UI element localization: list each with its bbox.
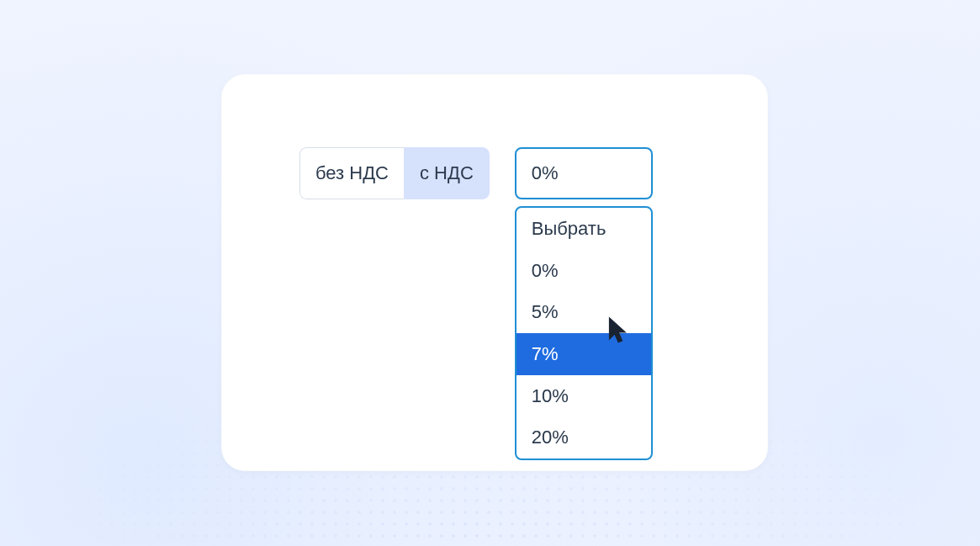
dropdown-item-label: 5%	[532, 301, 559, 322]
toggle-with-vat-label: с НДС	[420, 162, 474, 184]
vat-rate-select[interactable]: 0%	[515, 147, 653, 199]
dropdown-item-7[interactable]: 7%	[516, 333, 651, 375]
dropdown-item-label: 10%	[532, 385, 569, 406]
dropdown-item-0[interactable]: 0%	[516, 250, 651, 292]
vat-rate-select-wrap: 0% Выбрать 0% 5% 7% 10%	[515, 147, 653, 199]
dropdown-item-label: 0%	[532, 260, 559, 281]
controls-row: без НДС с НДС 0% Выбрать 0% 5%	[299, 147, 653, 199]
dropdown-item-5[interactable]: 5%	[516, 291, 651, 333]
toggle-without-vat-label: без НДС	[315, 162, 389, 184]
toggle-with-vat[interactable]: с НДС	[404, 147, 490, 199]
dropdown-item-label: 20%	[532, 427, 569, 448]
dropdown-item-label: Выбрать	[532, 218, 607, 239]
dropdown-item-placeholder[interactable]: Выбрать	[516, 208, 651, 250]
vat-toggle-group: без НДС с НДС	[299, 147, 490, 199]
settings-card: без НДС с НДС 0% Выбрать 0% 5%	[221, 74, 768, 471]
dropdown-item-20[interactable]: 20%	[516, 416, 651, 459]
vat-rate-select-value: 0%	[532, 162, 559, 184]
vat-rate-dropdown: Выбрать 0% 5% 7% 10% 20%	[515, 206, 653, 460]
dropdown-item-label: 7%	[532, 343, 559, 364]
dropdown-item-10[interactable]: 10%	[516, 375, 651, 417]
toggle-without-vat[interactable]: без НДС	[299, 147, 404, 199]
